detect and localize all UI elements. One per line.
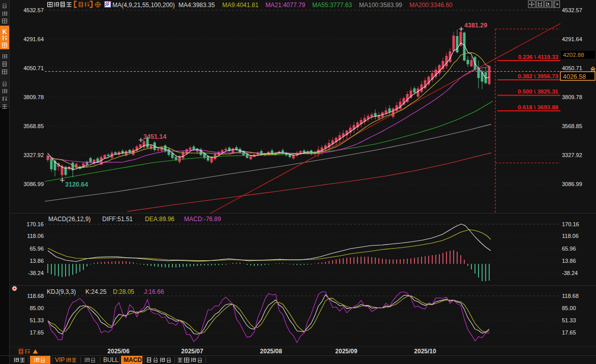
svg-text:170.16: 170.16 xyxy=(26,221,44,227)
svg-text:MA100:3583.99: MA100:3583.99 xyxy=(359,2,402,9)
svg-text:0.382 \ 3956.73: 0.382 \ 3956.73 xyxy=(518,73,558,79)
svg-text:MA(4,9,21,55,100,200): MA(4,9,21,55,100,200) xyxy=(112,2,175,9)
svg-text:BULL: BULL xyxy=(103,356,118,363)
svg-text:-38.24: -38.24 xyxy=(562,270,578,276)
svg-text:4050.71: 4050.71 xyxy=(23,65,44,71)
svg-text:3327.92: 3327.92 xyxy=(562,152,582,158)
svg-text:4532.57: 4532.57 xyxy=(562,7,582,13)
svg-text:4202.88: 4202.88 xyxy=(563,52,584,58)
svg-text:2025/06: 2025/06 xyxy=(107,348,130,355)
svg-text:3451.14: 3451.14 xyxy=(143,133,166,140)
svg-text:2025/10: 2025/10 xyxy=(414,348,436,355)
svg-text:MA200:3346.60: MA200:3346.60 xyxy=(409,2,453,9)
svg-text:0.500 \ 3825.31: 0.500 \ 3825.31 xyxy=(518,88,559,95)
svg-text:2025/07: 2025/07 xyxy=(181,348,203,355)
svg-text:MACD: MACD xyxy=(124,356,142,363)
svg-text:MA4:3983.35: MA4:3983.35 xyxy=(178,2,215,9)
svg-text:MACD:-76.89: MACD:-76.89 xyxy=(184,216,221,223)
svg-text:3568.85: 3568.85 xyxy=(562,123,582,129)
svg-text:85.00: 85.00 xyxy=(29,305,44,311)
svg-text:3568.85: 3568.85 xyxy=(23,123,44,129)
svg-text:DEA:89.96: DEA:89.96 xyxy=(145,216,174,223)
svg-text:4291.64: 4291.64 xyxy=(23,36,44,42)
svg-text:51.33: 51.33 xyxy=(562,317,576,323)
svg-text:3809.78: 3809.78 xyxy=(562,94,582,100)
svg-text:0.236 \ 4119.33: 0.236 \ 4119.33 xyxy=(518,54,558,60)
svg-text:KDJ(9,3,3): KDJ(9,3,3) xyxy=(47,288,76,295)
svg-text:17.65: 17.65 xyxy=(29,329,44,336)
svg-text:118.68: 118.68 xyxy=(27,293,44,299)
svg-text:3327.92: 3327.92 xyxy=(23,152,44,158)
svg-text:VIP: VIP xyxy=(55,356,65,363)
svg-text:2025/09: 2025/09 xyxy=(335,348,357,355)
svg-text:4381.29: 4381.29 xyxy=(464,22,487,29)
svg-text:13.86: 13.86 xyxy=(29,258,44,264)
svg-text:2025/08: 2025/08 xyxy=(260,348,282,355)
svg-text:65.96: 65.96 xyxy=(562,246,576,252)
svg-text:118.68: 118.68 xyxy=(562,293,579,299)
svg-text:0.618 \ 3693.88: 0.618 \ 3693.88 xyxy=(518,104,559,110)
svg-text:170.16: 170.16 xyxy=(562,221,579,227)
svg-text:4532.57: 4532.57 xyxy=(23,7,44,13)
svg-text:MA55:3777.63: MA55:3777.63 xyxy=(312,2,352,9)
svg-text:13.86: 13.86 xyxy=(562,258,576,264)
svg-text:3809.78: 3809.78 xyxy=(23,94,44,100)
svg-text:118.06: 118.06 xyxy=(27,233,44,239)
svg-text:4050.71: 4050.71 xyxy=(562,65,582,71)
svg-text:K:24.25: K:24.25 xyxy=(85,288,107,295)
svg-text:MA21:4077.79: MA21:4077.79 xyxy=(265,2,305,9)
svg-text:4291.64: 4291.64 xyxy=(562,36,582,42)
svg-text:4026.58: 4026.58 xyxy=(563,73,586,80)
svg-text:17.65: 17.65 xyxy=(562,329,576,336)
svg-text:D:28.05: D:28.05 xyxy=(113,288,134,295)
svg-text:J:16.66: J:16.66 xyxy=(144,288,164,295)
svg-text:51.33: 51.33 xyxy=(29,317,44,323)
svg-text:K: K xyxy=(3,28,7,36)
svg-text:85.00: 85.00 xyxy=(562,305,576,311)
svg-text:-38.24: -38.24 xyxy=(28,270,44,276)
svg-text:MACD(26,12,9): MACD(26,12,9) xyxy=(48,216,91,223)
svg-text:MA9:4041.81: MA9:4041.81 xyxy=(222,2,259,9)
svg-text:3086.99: 3086.99 xyxy=(23,181,44,187)
svg-text:3120.64: 3120.64 xyxy=(65,181,88,188)
svg-text:118.06: 118.06 xyxy=(562,233,579,239)
svg-text:65.96: 65.96 xyxy=(29,246,44,252)
svg-text:DIFF:51.51: DIFF:51.51 xyxy=(102,216,133,223)
svg-text:3086.99: 3086.99 xyxy=(562,181,582,187)
